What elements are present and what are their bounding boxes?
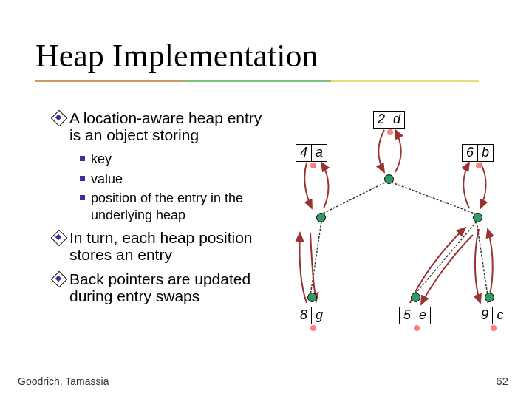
entry-dot xyxy=(310,325,316,331)
entry-key: 9 xyxy=(477,307,493,324)
entry-value: g xyxy=(312,307,327,324)
sub-3-text: position of the entry in the underlying … xyxy=(91,190,266,223)
entry-node-6: 9 c xyxy=(477,307,508,324)
square-icon xyxy=(80,195,85,200)
bullet-2-text: In turn, each heap position stores an en… xyxy=(69,229,266,263)
square-icon xyxy=(80,176,85,181)
entry-dot xyxy=(476,163,482,168)
bullet-2: In turn, each heap position stores an en… xyxy=(53,229,266,263)
tree-position-rr xyxy=(485,293,494,302)
heap-diagram: 2 d 4 a 6 b 8 g 5 e 9 c xyxy=(266,103,517,347)
entry-dot xyxy=(414,325,420,331)
entry-key: 4 xyxy=(296,145,312,161)
entry-key: 2 xyxy=(374,112,389,128)
bullet-3: Back pointers are updated during entry s… xyxy=(53,270,266,304)
entry-value: b xyxy=(478,145,493,161)
bullet-1: A location-aware heap entry is an object… xyxy=(53,109,266,143)
diamond-icon xyxy=(53,232,64,242)
sub-item-2: value xyxy=(80,171,266,188)
entry-key: 6 xyxy=(463,145,478,161)
entry-node-2: 4 a xyxy=(296,144,327,162)
tree-position-left xyxy=(316,213,326,222)
tree-position-right xyxy=(473,213,482,222)
entry-value: a xyxy=(312,145,327,161)
entry-node-3: 6 b xyxy=(462,144,494,162)
sub-list: key value position of the entry in the u… xyxy=(80,151,266,223)
entry-key: 5 xyxy=(400,307,415,324)
sub-1-text: key xyxy=(91,151,112,168)
entry-node-5: 5 e xyxy=(399,307,431,324)
tree-position-ll xyxy=(307,293,317,302)
svg-line-3 xyxy=(414,222,477,296)
slide: Heap Implementation A location-aware hea… xyxy=(0,0,532,399)
sub-2-text: value xyxy=(91,171,123,188)
bullet-3-text: Back pointers are updated during entry s… xyxy=(69,270,266,304)
sub-item-1: key xyxy=(80,151,266,168)
square-icon xyxy=(80,156,85,161)
tree-position-root xyxy=(384,174,394,184)
bullet-1-text: A location-aware heap entry is an object… xyxy=(69,109,266,143)
diamond-icon xyxy=(53,273,64,284)
entry-node-4: 8 g xyxy=(296,307,327,324)
entry-dot xyxy=(387,129,393,135)
entry-value: c xyxy=(493,307,508,324)
title-underline xyxy=(35,80,479,82)
diamond-icon xyxy=(53,112,64,123)
slide-title: Heap Implementation xyxy=(35,37,318,75)
page-number: 62 xyxy=(496,375,508,387)
tree-position-rl xyxy=(411,293,420,302)
entry-key: 8 xyxy=(296,307,312,324)
entry-value: d xyxy=(389,112,404,128)
entry-value: e xyxy=(415,307,430,324)
sub-item-3: position of the entry in the underlying … xyxy=(80,190,266,223)
svg-line-0 xyxy=(321,181,388,214)
entry-dot xyxy=(310,163,316,168)
entry-node-1: 2 d xyxy=(373,111,405,129)
footer-authors: Goodrich, Tamassia xyxy=(18,375,109,387)
entry-dot xyxy=(491,325,497,331)
body-text: A location-aware heap entry is an object… xyxy=(53,109,266,313)
